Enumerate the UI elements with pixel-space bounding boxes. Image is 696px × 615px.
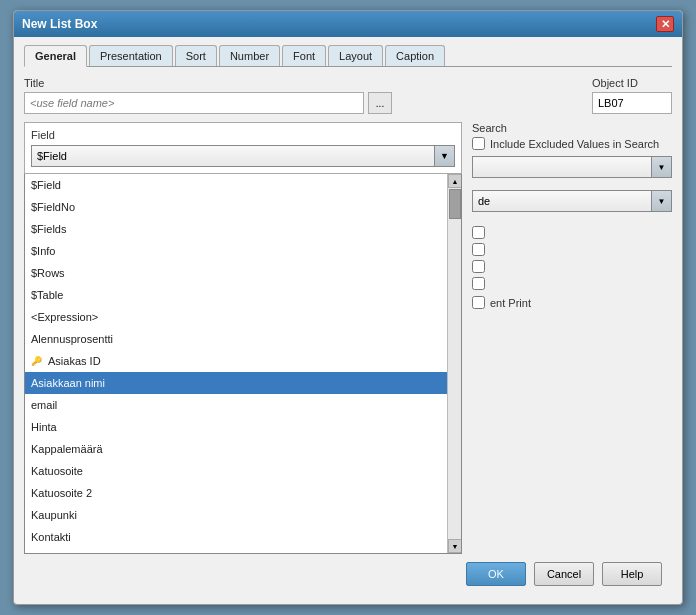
list-item[interactable]: Kontaktin etunimi <box>25 548 461 554</box>
search-dropdown1[interactable] <box>472 156 652 178</box>
tab-number[interactable]: Number <box>219 45 280 66</box>
tab-presentation[interactable]: Presentation <box>89 45 173 66</box>
list-item[interactable]: $Table <box>25 284 461 306</box>
list-item-label: Kaupunki <box>31 506 77 524</box>
list-item[interactable]: Katuosoite 2 <box>25 482 461 504</box>
include-excluded-checkbox[interactable] <box>472 137 485 150</box>
dialog-body: General Presentation Sort Number Font La… <box>14 37 682 604</box>
object-id-group: Object ID <box>592 77 672 114</box>
search-dropdown1-container: ▼ <box>472 156 672 184</box>
dialog-footer: OK Cancel Help <box>24 554 672 594</box>
list-item-label: $FieldNo <box>31 198 75 216</box>
list-item-label: Kappalemäärä <box>31 440 103 458</box>
close-button[interactable]: ✕ <box>656 16 674 32</box>
list-item-label: $Rows <box>31 264 65 282</box>
title-group: Title ... <box>24 77 392 114</box>
list-scrollbar[interactable]: ▲ ▼ <box>447 174 461 553</box>
tab-general[interactable]: General <box>24 45 87 67</box>
checkbox-4[interactable] <box>472 277 485 290</box>
list-item-label: Kontakti <box>31 528 71 546</box>
help-button[interactable]: Help <box>602 562 662 586</box>
title-input-row: ... <box>24 92 392 114</box>
include-excluded-label: Include Excluded Values in Search <box>490 138 659 150</box>
list-item[interactable]: $Fields <box>25 218 461 240</box>
search-dropdown2-value: de <box>478 195 490 207</box>
list-item-label: email <box>31 396 57 414</box>
title-browse-button[interactable]: ... <box>368 92 392 114</box>
list-item[interactable]: $FieldNo <box>25 196 461 218</box>
field-section-label: Field <box>31 129 455 141</box>
list-item[interactable]: Kaupunki <box>25 504 461 526</box>
print-label: ent Print <box>490 297 531 309</box>
field-dropdown-value: $Field <box>37 150 67 162</box>
list-item[interactable]: Kappalemäärä <box>25 438 461 460</box>
checkbox-row-3 <box>472 260 672 273</box>
list-item-label: $Table <box>31 286 63 304</box>
checkbox-row-2 <box>472 243 672 256</box>
tab-font[interactable]: Font <box>282 45 326 66</box>
list-item-label: $Fields <box>31 220 66 238</box>
title-bar: New List Box ✕ <box>14 11 682 37</box>
title-label: Title <box>24 77 392 89</box>
scroll-thumb[interactable] <box>449 189 461 219</box>
list-item-label: Alennusprosentti <box>31 330 113 348</box>
list-item[interactable]: Alennusprosentti <box>25 328 461 350</box>
cancel-button[interactable]: Cancel <box>534 562 594 586</box>
scroll-down-button[interactable]: ▼ <box>448 539 462 553</box>
scroll-up-button[interactable]: ▲ <box>448 174 462 188</box>
search-checkbox-row: Include Excluded Values in Search <box>472 137 672 150</box>
checkbox-3[interactable] <box>472 260 485 273</box>
list-item-label: Katuosoite 2 <box>31 484 92 502</box>
field-list[interactable]: $Field $FieldNo $Fields $Info $Rows $Tab… <box>24 174 462 554</box>
list-item[interactable]: Kontakti <box>25 526 461 548</box>
list-item-label: Asiakas ID <box>48 352 101 370</box>
field-dropdown[interactable]: $Field <box>31 145 435 167</box>
list-item[interactable]: $Field <box>25 174 461 196</box>
list-item-selected[interactable]: Asiakkaan nimi <box>25 372 461 394</box>
list-item[interactable]: email <box>25 394 461 416</box>
tab-sort[interactable]: Sort <box>175 45 217 66</box>
list-item[interactable]: 🔑 Asiakas ID <box>25 350 461 372</box>
checkbox-2[interactable] <box>472 243 485 256</box>
right-checkboxes <box>472 226 672 290</box>
checkbox-1[interactable] <box>472 226 485 239</box>
main-content: Field $Field ▼ $Field $FieldNo $Fields $… <box>24 122 672 554</box>
tab-bar: General Presentation Sort Number Font La… <box>24 45 672 67</box>
dialog-window: New List Box ✕ General Presentation Sort… <box>13 10 683 605</box>
left-panel: Field $Field ▼ $Field $FieldNo $Fields $… <box>24 122 462 554</box>
ok-button[interactable]: OK <box>466 562 526 586</box>
list-item[interactable]: $Rows <box>25 262 461 284</box>
key-icon: 🔑 <box>31 352 42 370</box>
object-id-label: Object ID <box>592 77 672 89</box>
title-input[interactable] <box>24 92 364 114</box>
list-item-label: $Field <box>31 176 61 194</box>
field-dropdown-container: $Field ▼ <box>31 145 455 167</box>
list-item[interactable]: <Expression> <box>25 306 461 328</box>
title-row: Title ... Object ID <box>24 77 672 114</box>
list-item-label: Katuosoite <box>31 462 83 480</box>
search-dropdown1-arrow[interactable]: ▼ <box>652 156 672 178</box>
list-item-label: <Expression> <box>31 308 98 326</box>
field-dropdown-arrow[interactable]: ▼ <box>435 145 455 167</box>
list-item-label: Asiakkaan nimi <box>31 374 105 392</box>
field-section: Field $Field ▼ <box>24 122 462 174</box>
search-label: Search <box>472 122 672 134</box>
list-item[interactable]: Hinta <box>25 416 461 438</box>
search-dropdown2[interactable]: de <box>472 190 652 212</box>
list-item[interactable]: Katuosoite <box>25 460 461 482</box>
list-item-label: Hinta <box>31 418 57 436</box>
print-checkbox[interactable] <box>472 296 485 309</box>
search-dropdown2-container: de ▼ <box>472 190 672 218</box>
list-item-label: $Info <box>31 242 55 260</box>
tab-caption[interactable]: Caption <box>385 45 445 66</box>
print-row: ent Print <box>472 296 672 309</box>
right-panel: Search Include Excluded Values in Search… <box>472 122 672 554</box>
search-dropdown2-arrow[interactable]: ▼ <box>652 190 672 212</box>
list-item[interactable]: $Info <box>25 240 461 262</box>
checkbox-row-4 <box>472 277 672 290</box>
search-section: Search Include Excluded Values in Search… <box>472 122 672 218</box>
object-id-input[interactable] <box>592 92 672 114</box>
checkbox-row-1 <box>472 226 672 239</box>
dialog-title: New List Box <box>22 17 97 31</box>
tab-layout[interactable]: Layout <box>328 45 383 66</box>
